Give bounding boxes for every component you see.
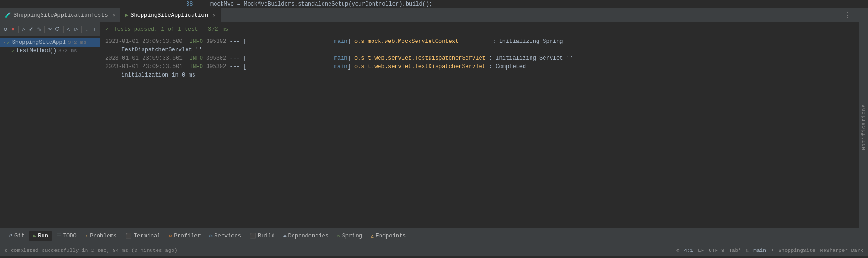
- bottom-tab-terminal[interactable]: ⬛ Terminal: [122, 231, 165, 241]
- sort-duration-button[interactable]: ⏱: [54, 24, 61, 35]
- tab-label-app: ShoppingSiteApplication: [130, 12, 208, 19]
- next-fail-button[interactable]: ▷: [73, 24, 79, 35]
- status-position[interactable]: 4:1: [684, 248, 693, 253]
- app-icon: ▶: [125, 12, 129, 18]
- bottom-tab-todo-label: TODO: [63, 233, 77, 239]
- bottom-tab-profiler[interactable]: ⊙ Profiler: [165, 231, 205, 241]
- left-panel: ↺ ■ △ ⤢ ⤡ AZ ⏱ ◁ ▷ ↓ ↑ ▾ ✓ ShoppingSiteA…: [0, 22, 100, 227]
- bottom-tab-problems-label: Problems: [90, 233, 117, 239]
- tab-close-app[interactable]: ✕: [213, 13, 215, 18]
- log3-thread: main: [247, 63, 348, 70]
- bottom-tab-todo[interactable]: ☰ TODO: [53, 231, 80, 241]
- tab-shopping-app[interactable]: ▶ ShoppingSiteApplication ✕: [121, 8, 221, 22]
- bottom-tab-git-label: Git: [14, 233, 25, 239]
- todo-icon: ☰: [57, 233, 61, 239]
- toolbar-sep-3: [63, 26, 64, 33]
- tab-close-tests[interactable]: ✕: [113, 13, 115, 18]
- status-message: d completed successfully in 2 sec, 84 ms…: [5, 248, 178, 253]
- tab-shopping-tests[interactable]: 🧪 ShoppingSiteApplicationTests ✕: [0, 8, 121, 22]
- bottom-tab-git[interactable]: ⎇ Git: [3, 231, 29, 241]
- log1-message: Initializing Spring: [499, 38, 563, 45]
- status-bar: d completed successfully in 2 sec, 84 ms…: [0, 244, 868, 256]
- bottom-tab-endpoints-label: Endpoints: [376, 233, 406, 239]
- collapse-button[interactable]: ⤡: [36, 24, 43, 35]
- child-label: testMethod(): [16, 48, 57, 54]
- status-gear-icon: ⚙: [676, 247, 680, 253]
- log3-date: 2023-01-01 23:09:33.501: [105, 63, 183, 70]
- status-indent[interactable]: Tab*: [729, 248, 741, 253]
- log-line-3-cont: initialization in 0 ms: [100, 71, 861, 79]
- console-panel: ✓ Tests passed: 1 of 1 test – 372 ms 202…: [100, 22, 861, 227]
- code-snippet: mockMvc = MockMvcBuilders.standaloneSetu…: [0, 1, 432, 7]
- bottom-tab-endpoints[interactable]: △ Endpoints: [367, 231, 409, 241]
- endpoints-icon: △: [371, 233, 374, 239]
- toolbar-sep-2: [44, 26, 45, 33]
- build-icon: ⬛: [250, 233, 256, 239]
- bottom-tab-spring-label: Spring: [342, 233, 362, 239]
- stop-button[interactable]: ■: [9, 24, 16, 35]
- child-time: 372 ms: [58, 48, 77, 54]
- root-check-icon: ✓: [7, 40, 10, 46]
- log3-logger: o.s.t.web.servlet.TestDispatcherServlet: [354, 63, 486, 70]
- log1-logger: o.s.mock.web.MockServletContext: [354, 38, 459, 45]
- log-line-1: 2023-01-01 23:09:33.500 INFO 395302 --- …: [100, 37, 861, 46]
- bottom-tab-run-label: Run: [38, 233, 48, 239]
- root-time: 372 ms: [68, 40, 86, 45]
- console-status-bar: ✓ Tests passed: 1 of 1 test – 372 ms: [100, 24, 861, 35]
- services-icon: ⚙: [209, 233, 213, 239]
- top-code-bar: 38 mockMvc = MockMvcBuilders.standaloneS…: [0, 0, 868, 8]
- status-charset[interactable]: UTF-8: [709, 248, 724, 253]
- status-vcs-icon: ⬇: [771, 247, 774, 253]
- tree-root-item[interactable]: ▾ ✓ ShoppingSiteAppl 372 ms: [0, 38, 100, 47]
- bottom-tab-deps-label: Dependencies: [288, 233, 329, 239]
- log2-message: Initializing Servlet '': [495, 55, 573, 62]
- tab-menu-button[interactable]: ⋮: [841, 8, 854, 22]
- problems-icon: ⚠: [85, 233, 88, 239]
- log-line-3: 2023-01-01 23:09:33.501 INFO 395302 --- …: [100, 63, 861, 71]
- profiler-icon: ⊙: [169, 233, 172, 239]
- line-number: 38: [186, 1, 193, 7]
- sort-alpha-button[interactable]: AZ: [47, 24, 53, 35]
- bottom-tab-spring[interactable]: ↺ Spring: [333, 231, 366, 241]
- terminal-icon: ⬛: [125, 233, 132, 239]
- log1-thread: main: [247, 38, 348, 45]
- rerun-button[interactable]: ↺: [2, 24, 8, 35]
- tab-label-tests: ShoppingSiteApplicationTests: [14, 12, 108, 19]
- log3-pid: 395302: [206, 63, 226, 70]
- bottom-tab-build-label: Build: [258, 233, 275, 239]
- notifications-panel[interactable]: Notifications: [859, 8, 868, 246]
- bottom-tab-dependencies[interactable]: ◈ Dependencies: [280, 231, 332, 241]
- status-theme: ReSharper Dark: [820, 248, 863, 253]
- test-icon: 🧪: [5, 12, 11, 18]
- bottom-tab-build[interactable]: ⬛ Build: [246, 231, 279, 241]
- console-status-text: Tests passed: 1 of 1 test – 372 ms: [114, 26, 228, 33]
- up-button[interactable]: △: [21, 24, 27, 35]
- main-area: ↺ ■ △ ⤢ ⤡ AZ ⏱ ◁ ▷ ↓ ↑ ▾ ✓ ShoppingSiteA…: [0, 22, 868, 227]
- spring-icon: ↺: [337, 233, 340, 239]
- log2-logger: o.s.t.web.servlet.TestDispatcherServlet: [354, 55, 486, 62]
- bottom-tab-problems[interactable]: ⚠ Problems: [81, 231, 121, 241]
- log1-date: 2023-01-01 23:09:33.500: [105, 38, 183, 45]
- notifications-label: Notifications: [861, 104, 867, 150]
- prev-fail-button[interactable]: ◁: [65, 24, 72, 35]
- status-plugin-name[interactable]: ShoppingSite: [778, 248, 815, 253]
- expand-button[interactable]: ⤢: [28, 24, 35, 35]
- log2-date: 2023-01-01 23:09:33.501: [105, 55, 183, 62]
- bottom-tab-run[interactable]: ▶ Run: [29, 231, 52, 241]
- bottom-tab-services[interactable]: ⚙ Services: [206, 231, 245, 241]
- log3-level: INFO: [189, 63, 203, 70]
- tab-bar: 🧪 ShoppingSiteApplicationTests ✕ ▶ Shopp…: [0, 8, 868, 22]
- export-button[interactable]: ↑: [91, 24, 98, 35]
- log3-message: Completed: [495, 63, 526, 70]
- tree-child-item[interactable]: ✓ testMethod() 372 ms: [0, 47, 100, 55]
- status-branch[interactable]: main: [753, 248, 766, 253]
- import-button[interactable]: ↓: [84, 24, 90, 35]
- toolbar-sep-4: [81, 26, 82, 33]
- bottom-tab-services-label: Services: [214, 233, 241, 239]
- root-label: ShoppingSiteAppl: [12, 39, 66, 46]
- log-line-1-cont: TestDispatcherServlet '': [100, 46, 861, 54]
- test-tree: ▾ ✓ ShoppingSiteAppl 372 ms ✓ testMethod…: [0, 36, 100, 227]
- status-right: ⚙ 4:1 LF UTF-8 Tab* ⇅ main ⬇ ShoppingSit…: [676, 247, 863, 253]
- log1-pid: 395302: [206, 38, 226, 45]
- status-lf[interactable]: LF: [698, 248, 704, 253]
